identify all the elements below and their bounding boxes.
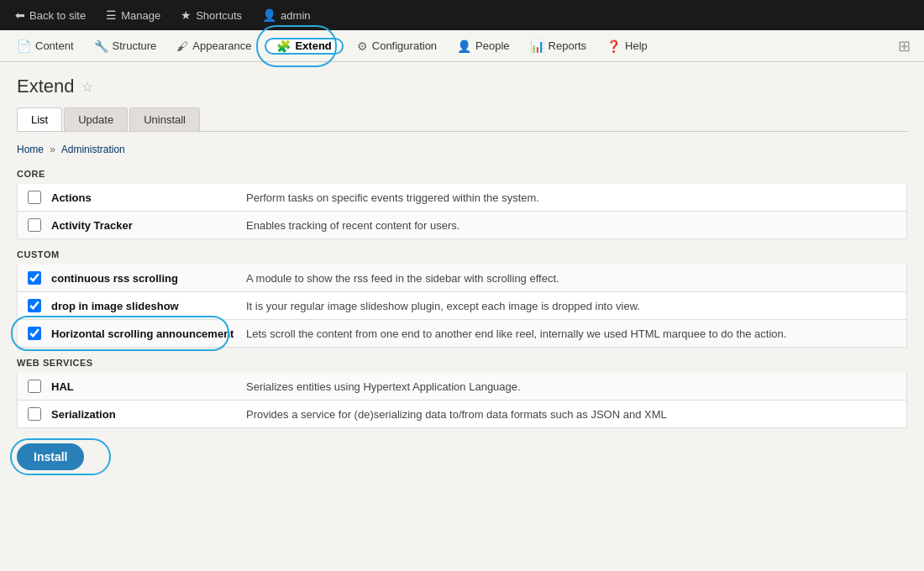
module-desc-slideshow: It is your regular image slideshow plugi… [246,300,896,312]
secondary-nav: 📄 Content 🔧 Structure 🖌 Appearance 🧩 Ext… [0,30,924,62]
module-desc-hal: Serializes entities using Hypertext Appl… [246,380,896,393]
module-name-slideshow: drop in image slideshow [51,300,236,312]
breadcrumb-admin[interactable]: Administration [61,144,125,155]
tab-update[interactable]: Update [64,107,128,131]
module-row-serialization: Serialization Provides a service for (de… [17,401,907,428]
manage-link[interactable]: ☰ Manage [97,5,169,25]
page-content: Extend ☆ List Update Uninstall Home » Ad… [0,62,924,571]
module-row-rss: continuous rss scrolling A module to sho… [17,265,907,292]
admin-user-link[interactable]: 👤 admin [254,5,318,25]
module-row-hal: HAL Serializes entities using Hypertext … [17,373,907,401]
nav-structure[interactable]: 🔧 Structure [84,30,167,61]
module-row-activity-tracker: Activity Tracker Enables tracking of rec… [17,212,907,239]
checkbox-actions[interactable] [28,191,41,204]
module-name-actions: Actions [51,191,236,204]
module-row-horizontal-scroll: Horizontal scrolling announcement Lets s… [17,320,907,348]
section-heading-web-services: Web Services [17,358,907,368]
structure-icon: 🔧 [94,39,108,53]
nav-reports[interactable]: 📊 Reports [520,30,597,61]
people-icon: 👤 [457,39,471,53]
nav-extend[interactable]: 🧩 Extend [265,38,343,55]
module-name-activity-tracker: Activity Tracker [51,219,236,232]
content-icon: 📄 [17,39,31,53]
breadcrumb-home[interactable]: Home [17,144,44,155]
tab-list[interactable]: List [17,107,62,131]
appearance-icon: 🖌 [176,39,188,53]
extend-icon: 🧩 [276,39,291,53]
page-title: Extend ☆ [17,76,907,97]
module-name-hal: HAL [51,380,236,393]
install-button[interactable]: Install [17,443,84,470]
checkbox-activity-tracker[interactable] [28,218,41,232]
admin-bar: ⬅ Back to site ☰ Manage ★ Shortcuts 👤 ad… [0,0,924,30]
section-heading-custom: Custom [17,249,907,259]
module-desc-serialization: Provides a service for (de)serializing d… [246,408,896,421]
back-arrow-icon: ⬅ [15,8,25,22]
checkbox-rss[interactable] [28,271,41,285]
nav-expand-icon[interactable]: ⊞ [898,37,917,55]
checkbox-slideshow[interactable] [28,299,41,312]
nav-configuration[interactable]: ⚙ Configuration [347,30,447,61]
menu-icon: ☰ [106,8,117,22]
tab-uninstall[interactable]: Uninstall [129,107,200,131]
checkbox-horizontal-scroll[interactable] [28,327,41,340]
module-desc-horizontal-scroll: Lets scroll the content from one end to … [246,327,896,340]
module-name-horizontal-scroll: Horizontal scrolling announcement [51,327,236,340]
section-heading-core: Core [17,169,907,179]
user-icon: 👤 [262,8,276,22]
back-to-site-link[interactable]: ⬅ Back to site [7,5,94,25]
nav-help[interactable]: ❓ Help [596,30,658,61]
nav-right-area: ⊞ [898,30,917,61]
star-filled-icon: ★ [181,8,192,22]
reports-icon: 📊 [530,39,544,53]
help-icon: ❓ [606,39,621,53]
nav-people[interactable]: 👤 People [447,30,519,61]
tabs-container: List Update Uninstall [17,107,907,132]
breadcrumb: Home » Administration [17,144,907,155]
module-desc-activity-tracker: Enables tracking of recent content for u… [246,219,896,232]
module-desc-rss: A module to show the rss feed in the sid… [246,272,896,285]
checkbox-serialization[interactable] [28,407,41,421]
configuration-icon: ⚙ [357,39,368,53]
module-row-slideshow: drop in image slideshow It is your regul… [17,292,907,320]
module-desc-actions: Perform tasks on specific events trigger… [246,191,896,204]
nav-appearance[interactable]: 🖌 Appearance [166,30,261,61]
install-button-wrap: Install [17,443,84,470]
module-name-rss: continuous rss scrolling [51,272,236,285]
shortcuts-link[interactable]: ★ Shortcuts [172,5,250,25]
module-row-actions: Actions Perform tasks on specific events… [17,184,907,212]
checkbox-hal[interactable] [28,380,41,393]
favorite-star-icon[interactable]: ☆ [81,79,93,95]
module-name-serialization: Serialization [51,408,236,421]
nav-content[interactable]: 📄 Content [7,30,84,61]
